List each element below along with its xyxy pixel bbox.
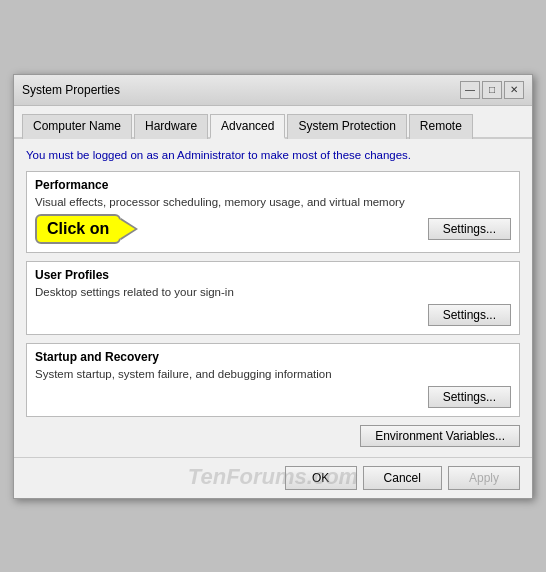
admin-notice: You must be logged on as an Administrato… bbox=[26, 149, 520, 161]
environment-variables-button[interactable]: Environment Variables... bbox=[360, 425, 520, 447]
env-variables-row: Environment Variables... bbox=[26, 425, 520, 447]
apply-button[interactable]: Apply bbox=[448, 466, 520, 490]
performance-section: Performance Visual effects, processor sc… bbox=[26, 171, 520, 253]
cancel-button[interactable]: Cancel bbox=[363, 466, 442, 490]
startup-recovery-settings-button[interactable]: Settings... bbox=[428, 386, 511, 408]
maximize-button[interactable]: □ bbox=[482, 81, 502, 99]
performance-settings-button[interactable]: Settings... bbox=[428, 218, 511, 240]
performance-title: Performance bbox=[35, 178, 511, 192]
user-profiles-settings-button[interactable]: Settings... bbox=[428, 304, 511, 326]
close-button[interactable]: ✕ bbox=[504, 81, 524, 99]
window-controls: — □ ✕ bbox=[460, 81, 524, 99]
performance-row: Click on Settings... bbox=[35, 214, 511, 244]
window-title: System Properties bbox=[22, 83, 120, 97]
ok-button[interactable]: OK bbox=[285, 466, 357, 490]
user-profiles-section: User Profiles Desktop settings related t… bbox=[26, 261, 520, 335]
tab-content: You must be logged on as an Administrato… bbox=[14, 139, 532, 457]
user-profiles-title: User Profiles bbox=[35, 268, 511, 282]
startup-recovery-desc: System startup, system failure, and debu… bbox=[35, 368, 511, 380]
system-properties-window: System Properties — □ ✕ Computer Name Ha… bbox=[13, 74, 533, 499]
callout-container: Click on bbox=[35, 214, 121, 244]
tab-bar: Computer Name Hardware Advanced System P… bbox=[14, 106, 532, 139]
title-bar: System Properties — □ ✕ bbox=[14, 75, 532, 106]
startup-recovery-title: Startup and Recovery bbox=[35, 350, 511, 364]
tab-system-protection[interactable]: System Protection bbox=[287, 114, 406, 139]
tab-advanced[interactable]: Advanced bbox=[210, 114, 285, 139]
tab-remote[interactable]: Remote bbox=[409, 114, 473, 139]
tab-hardware[interactable]: Hardware bbox=[134, 114, 208, 139]
minimize-button[interactable]: — bbox=[460, 81, 480, 99]
user-profiles-desc: Desktop settings related to your sign-in bbox=[35, 286, 511, 298]
callout-bubble: Click on bbox=[35, 214, 121, 244]
performance-desc: Visual effects, processor scheduling, me… bbox=[35, 196, 511, 208]
footer: TenForums.com OK Cancel Apply bbox=[14, 457, 532, 498]
startup-recovery-btn-row: Settings... bbox=[35, 386, 511, 408]
startup-recovery-section: Startup and Recovery System startup, sys… bbox=[26, 343, 520, 417]
user-profiles-btn-row: Settings... bbox=[35, 304, 511, 326]
tab-computer-name[interactable]: Computer Name bbox=[22, 114, 132, 139]
